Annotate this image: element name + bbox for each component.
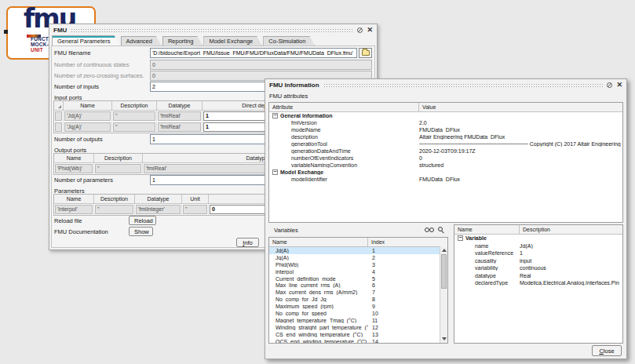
port-description-cell: '' [95,164,141,173]
variable-row[interactable]: No_comp_for_speed 10 [269,310,440,317]
col-index: Index [368,238,447,246]
attribute-row: −fmiVersion 2.0 [269,119,622,126]
col-datatype: Datatype [157,101,203,110]
variable-row[interactable]: Jq(A) 2 [269,254,440,261]
fmu-attributes-table: Attribute Value −General Information −fm… [268,102,623,223]
port-name-cell: 'Phid(Wb)' [55,164,93,173]
attribute-row: −variableNamingConvention structured [269,162,622,169]
attributes-table-header: Attribute Value [269,103,622,112]
col-datatype: Datatype [135,195,182,203]
variables-table-header: Name Index [269,238,447,247]
detail-row: −datatype Real [454,272,622,280]
variables-label: Variables [274,227,298,234]
attribute-row: −generationDateAndTime 2020-12-03T09:19:… [269,147,622,155]
attribute-row: −description Altair Engineering FMUData_… [269,133,622,140]
col-description: Description [112,101,157,110]
variable-row[interactable]: Maximum_speed_(rpm) 9 [269,303,440,310]
fmu-filename-input[interactable] [150,48,357,58]
tree-collapse-icon[interactable]: − [272,169,278,175]
variable-detail-panel: Name Description −Variable −name Jd(A) [454,224,623,344]
variable-row[interactable]: Magnet_temperature_Tmag_(°C) 11 [269,317,440,324]
attribute-row: −Model Exchange [269,169,622,176]
col-name: Name [54,195,94,203]
tree-collapse-icon[interactable]: − [458,235,463,241]
undock-icon[interactable] [357,27,363,33]
fmu-window-title: FMU [53,27,67,34]
port-description-cell: '' [113,111,155,121]
scrollbar-down-icon[interactable] [442,337,447,340]
param-name-cell: 'interpol' [55,205,93,214]
col-attribute: Attribute [269,103,419,111]
variable-row[interactable]: Phid(Wb) 3 [269,261,440,268]
dialog-titlebar: FMU Information ✕ [265,79,626,90]
dialog-title: FMU Information [269,82,319,89]
col-description: Description [94,154,143,162]
detail-row: −causality input [454,257,622,265]
variable-row[interactable]: interpol 4 [269,268,440,275]
num-parameters-label: Number of parameters [54,177,113,184]
info-button[interactable]: Info [236,238,259,247]
attribute-row: −generationTool ────────────────────────… [269,140,622,147]
sort-icon [58,105,61,108]
variables-table: Name Index Jd(A) 1 Jq(A) 2 Ph [268,237,448,344]
col-description: Description [94,195,135,203]
attribute-row: −numberOfEventIndicators 0 [269,155,622,162]
tab-general-parameters[interactable]: General Parameters [52,35,120,46]
scrollbar-thumb[interactable] [441,254,447,289]
detail-row: −variability continuous [454,264,622,272]
tree-collapse-icon[interactable]: − [272,113,278,118]
variables-scrollbar[interactable] [440,246,447,343]
fmu-attributes-label: FMU attributes [269,93,308,100]
titlebar-dots [71,28,353,32]
col-name: Name [54,154,94,162]
variable-row[interactable]: No_comp_for_Jd_Jq 8 [269,296,440,303]
variable-row[interactable]: Winding_straight_part_temperature_(°C) 1… [269,324,440,331]
reload-file-label: Reload file [54,217,82,224]
attribute-row: −General Information [269,112,622,119]
scrollbar-up-icon[interactable] [442,249,447,252]
fmu-window-titlebar: FMU ✕ [49,24,377,35]
binoculars-icon[interactable] [425,227,435,233]
col-name: Name [64,101,112,110]
row-handle [55,111,62,121]
variable-row[interactable]: OCS_end_winding_temperature_(°C) 14 [269,338,440,344]
col-value: Value [419,103,622,111]
port-datatype-cell: 'fmiReal' [158,111,201,121]
param-unit-cell: '' [183,205,207,214]
detail-row: −declaredType Modelica.Electrical.Analog… [454,279,622,287]
continuous-states-field [150,60,372,70]
param-datatype-cell: 'fmiInteger' [136,205,181,214]
sort-header-cell[interactable] [54,101,64,110]
variable-row[interactable]: Max_current_dens_rms_(A/mm2) 7 [269,289,440,296]
close-icon[interactable]: ✕ [616,82,622,88]
fmu-information-dialog: FMU Information ✕ FMU attributes Attribu… [265,78,627,359]
variable-row[interactable]: Jd(A) 1 [269,247,440,254]
show-button[interactable]: Show [129,227,153,236]
continuous-states-label: Number of continuous states [54,61,129,68]
port-name-cell: 'Jq(A)' [64,122,111,132]
variable-row[interactable]: Max_line_current_rms_(A) 6 [269,282,440,289]
browse-button[interactable] [359,48,372,58]
attribute-row: −modelName FMUData_DFlux [269,126,622,133]
selection-handle[interactable] [4,30,8,34]
col-unit: Unit [182,195,209,203]
tab-bar: General Parameters Advanced Reporting Mo… [52,35,316,46]
application-canvas: fmu FUNCTIONAL MOCK-UP UNIT FMU ✕ Genera… [0,0,635,364]
port-name-cell: 'Jd(A)' [64,111,111,121]
detail-panel-header: Name Description [454,225,622,235]
close-icon[interactable]: ✕ [367,27,373,33]
col-name: Name [269,238,368,246]
undock-icon[interactable] [607,82,612,88]
port-description-cell: '' [113,122,155,132]
detail-row: −valueReference 1 [454,249,622,257]
close-button[interactable]: Close [592,345,622,356]
num-outputs-label: Number of outputs [54,136,103,143]
variable-row[interactable]: CS_end_winding_temperature_(°C) 13 [269,331,440,338]
variable-row[interactable]: Current_definition_mode 5 [269,275,440,282]
folder-icon [362,50,370,56]
detail-row: −Variable [454,235,622,242]
search-icon[interactable] [438,227,445,234]
row-handle [55,122,62,132]
reload-button[interactable]: Reload [129,216,156,225]
zero-crossing-label: Number of zero-crossing surfaces. [54,72,144,79]
